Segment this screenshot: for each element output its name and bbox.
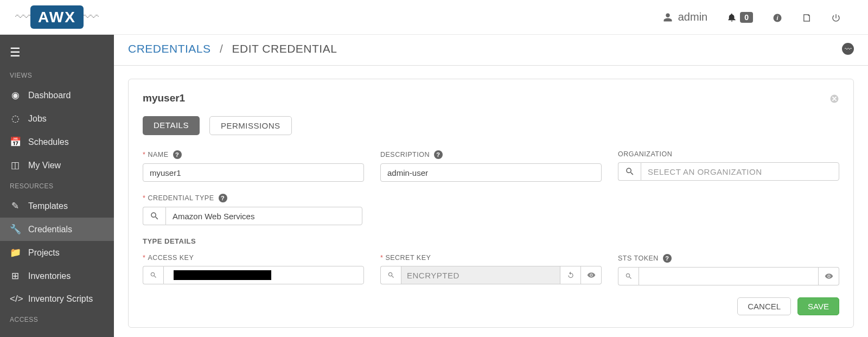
jobs-icon: ◌ xyxy=(10,113,21,124)
docs-icon[interactable] xyxy=(802,11,812,23)
folder-icon: 📁 xyxy=(10,247,21,258)
breadcrumb-row: CREDENTIALS / EDIT CREDENTIAL 〰 xyxy=(114,35,868,66)
credtype-lookup-button[interactable] xyxy=(143,207,165,225)
name-input[interactable] xyxy=(143,163,364,182)
breadcrumb-sep: / xyxy=(220,42,223,55)
sidebar-item-inventory-scripts[interactable]: </>Inventory Scripts xyxy=(0,288,114,310)
bell-icon xyxy=(727,12,737,22)
access-key-input[interactable] xyxy=(163,266,364,284)
power-icon[interactable] xyxy=(831,11,841,23)
edit-credential-panel: myuser1 DETAILS PERMISSIONS *NAME? DESCR… xyxy=(128,79,854,328)
close-icon[interactable] xyxy=(829,91,839,105)
current-user[interactable]: admin xyxy=(663,11,707,23)
dashboard-icon: ◉ xyxy=(10,90,21,101)
key-icon: 🔧 xyxy=(10,224,21,235)
sidebar-item-credentials[interactable]: 🔧Credentials xyxy=(0,218,114,241)
label-description: DESCRIPTION? xyxy=(380,150,602,159)
sts-token-input[interactable] xyxy=(639,267,819,285)
top-bar: 〰 AWX 〰 admin 0 i xyxy=(0,0,868,35)
section-access: ACCESS xyxy=(0,310,114,328)
label-credtype: *CREDENTIAL TYPE? xyxy=(143,194,362,202)
user-icon xyxy=(663,12,673,22)
sts-reveal-button[interactable] xyxy=(819,267,839,285)
label-name: *NAME? xyxy=(143,150,364,159)
sidebar-item-myview[interactable]: ◫My View xyxy=(0,154,114,177)
content-area: CREDENTIALS / EDIT CREDENTIAL 〰 myuser1 … xyxy=(114,35,868,337)
sidebar-label: Projects xyxy=(28,248,60,258)
wing-left-icon: 〰 xyxy=(15,8,31,27)
breadcrumb-root[interactable]: CREDENTIALS xyxy=(128,42,211,55)
credential-type-input[interactable] xyxy=(165,207,362,225)
cancel-button[interactable]: CANCEL xyxy=(737,297,791,315)
secret-key-input xyxy=(401,266,560,284)
sidebar-item-projects[interactable]: 📁Projects xyxy=(0,241,114,264)
activity-stream-icon[interactable]: 〰 xyxy=(842,43,854,55)
tab-details[interactable]: DETAILS xyxy=(143,116,200,135)
info-icon[interactable]: i xyxy=(773,11,782,23)
reveal-button[interactable] xyxy=(581,266,602,284)
help-icon[interactable]: ? xyxy=(173,150,182,159)
logo-area: 〰 AWX 〰 xyxy=(0,0,114,35)
panel-title: myuser1 xyxy=(143,92,185,104)
notif-count: 0 xyxy=(740,12,753,23)
wing-right-icon: 〰 xyxy=(82,8,99,27)
sidebar-label: Templates xyxy=(28,201,68,211)
sidebar-label: My View xyxy=(28,161,61,170)
section-views: VIEWS xyxy=(0,66,114,84)
username-label: admin xyxy=(678,11,707,23)
tab-permissions[interactable]: PERMISSIONS xyxy=(209,116,292,135)
sidebar-item-dashboard[interactable]: ◉Dashboard xyxy=(0,84,114,107)
sidebar-label: Dashboard xyxy=(28,91,71,100)
calendar-icon: 📅 xyxy=(10,136,21,148)
redacted-value xyxy=(174,270,271,280)
label-secret-key: *SECRET KEY xyxy=(380,254,602,262)
notifications[interactable]: 0 xyxy=(727,12,753,23)
pencil-icon: ✎ xyxy=(10,200,21,212)
org-lookup-button[interactable] xyxy=(618,162,641,181)
save-button[interactable]: SAVE xyxy=(797,297,839,315)
search-icon xyxy=(625,272,633,280)
sitemap-icon: ⊞ xyxy=(10,270,21,282)
undo-icon xyxy=(567,271,575,279)
type-details-header: TYPE DETAILS xyxy=(143,237,839,245)
awx-logo[interactable]: 〰 AWX 〰 xyxy=(30,9,84,26)
organization-input[interactable] xyxy=(641,162,839,181)
code-icon: </> xyxy=(10,294,21,304)
search-icon xyxy=(387,271,395,279)
breadcrumb: CREDENTIALS / EDIT CREDENTIAL xyxy=(128,42,337,55)
sidebar-item-schedules[interactable]: 📅Schedules xyxy=(0,130,114,154)
eye-icon xyxy=(825,272,833,281)
description-input[interactable] xyxy=(380,163,602,182)
sidebar-item-inventories[interactable]: ⊞Inventories xyxy=(0,264,114,288)
help-icon[interactable]: ? xyxy=(434,150,443,159)
sidebar-item-jobs[interactable]: ◌Jobs xyxy=(0,107,114,130)
revert-button[interactable] xyxy=(560,266,581,284)
breadcrumb-current: EDIT CREDENTIAL xyxy=(232,42,337,55)
sidebar-label: Schedules xyxy=(28,137,69,147)
sidebar-label: Jobs xyxy=(28,114,47,124)
sidebar-item-templates[interactable]: ✎Templates xyxy=(0,194,114,218)
label-sts-token: STS TOKEN? xyxy=(618,254,839,263)
top-right-controls: admin 0 i xyxy=(663,11,868,23)
search-icon xyxy=(150,211,159,221)
label-access-key: *ACCESS KEY xyxy=(143,254,364,262)
sts-search[interactable] xyxy=(618,267,639,285)
label-organization: ORGANIZATION xyxy=(618,150,839,158)
book-icon: ◫ xyxy=(10,160,21,171)
sidebar-toggle[interactable]: ☰ xyxy=(0,42,114,66)
help-icon[interactable]: ? xyxy=(663,254,672,263)
sidebar: ☰ VIEWS ◉Dashboard ◌Jobs 📅Schedules ◫My … xyxy=(0,35,114,337)
logo-text: AWX xyxy=(30,5,84,29)
sidebar-label: Credentials xyxy=(28,225,72,234)
search-icon xyxy=(625,167,635,176)
sidebar-label: Inventory Scripts xyxy=(28,294,93,304)
eye-icon xyxy=(587,271,596,279)
search-icon xyxy=(150,271,157,279)
secret-key-search[interactable] xyxy=(380,266,401,284)
access-key-search[interactable] xyxy=(143,266,163,284)
section-resources: RESOURCES xyxy=(0,177,114,194)
tabs: DETAILS PERMISSIONS xyxy=(143,116,839,135)
sidebar-label: Inventories xyxy=(28,271,71,281)
help-icon[interactable]: ? xyxy=(219,194,227,202)
